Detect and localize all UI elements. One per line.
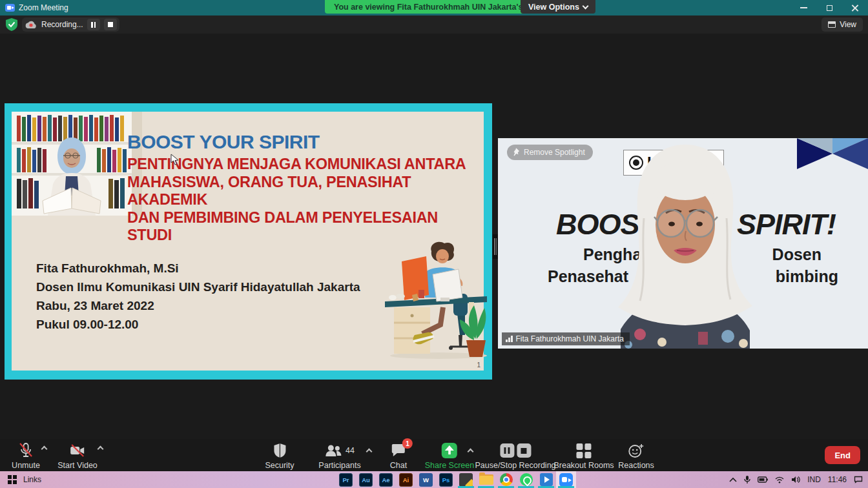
- taskbar-app-editor[interactable]: [456, 471, 476, 488]
- taskbar-app-chrome[interactable]: [496, 471, 516, 488]
- security-button[interactable]: Security: [265, 442, 294, 470]
- window-title: Zoom Meeting: [19, 3, 68, 12]
- tray-microphone-icon[interactable]: [744, 475, 750, 484]
- taskbar-app-word[interactable]: W: [416, 471, 436, 488]
- recording-cloud-icon: [25, 20, 37, 29]
- breakout-rooms-icon: [576, 443, 591, 458]
- stop-icon: [108, 22, 113, 27]
- editor-icon: [459, 473, 473, 487]
- reactions-button[interactable]: Reactions: [618, 442, 654, 470]
- pause-stop-recording-button[interactable]: Pause/Stop Recording: [475, 442, 555, 470]
- taskbar-app-aftereffects[interactable]: Ae: [376, 471, 396, 488]
- end-meeting-button[interactable]: End: [825, 446, 860, 464]
- chat-label: Chat: [390, 461, 407, 470]
- desk-illustration: [384, 238, 493, 361]
- breakout-rooms-label: Breakout Rooms: [553, 461, 614, 470]
- zoom-meeting-window: Zoom Meeting You are viewing Fita Fathur…: [0, 0, 868, 488]
- meeting-toolbar: Unmute Start Video Security 44: [0, 439, 868, 471]
- participant-name-label: Fita Fathurokhmah UIN Jakarta: [502, 332, 630, 345]
- slide-subtitle-line: PENTINGNYA MENJAGA KOMUNIKASI ANTARA: [127, 156, 484, 174]
- taskbar-app-photoshop[interactable]: Ps: [436, 471, 456, 488]
- zoom-icon: [559, 473, 573, 487]
- pause-recording-icon[interactable]: [500, 443, 514, 458]
- reactions-smiley-icon: [628, 443, 645, 458]
- tray-clock[interactable]: 11:46: [828, 475, 847, 484]
- unmute-options-caret[interactable]: [41, 446, 48, 452]
- taskbar-app-zoom[interactable]: [556, 471, 576, 488]
- spotlight-video-tile: K BOOST SPIRIT! Pengha Dosen Penasehat b…: [498, 138, 868, 349]
- recording-indicator-group: Recording...: [22, 17, 119, 32]
- taskbar-app-file-explorer[interactable]: [476, 471, 496, 488]
- taskbar-links-label[interactable]: Links: [23, 475, 41, 484]
- start-video-button[interactable]: Start Video: [57, 442, 98, 470]
- taskbar-app-illustrator[interactable]: Ai: [396, 471, 416, 488]
- participants-label: Participants: [318, 461, 360, 470]
- taskbar-app-premiere[interactable]: Pr: [336, 471, 356, 488]
- pause-icon: [91, 22, 93, 28]
- video-options-caret[interactable]: [98, 446, 104, 452]
- signal-strength-icon: [506, 336, 513, 342]
- remove-spotlight-button[interactable]: Remove Spotlight: [507, 145, 593, 160]
- start-button[interactable]: [8, 475, 17, 484]
- view-layout-button[interactable]: View: [822, 17, 863, 32]
- panel-resize-handle[interactable]: [493, 234, 498, 259]
- window-controls: [790, 0, 868, 15]
- breakout-rooms-button[interactable]: Breakout Rooms: [553, 442, 614, 470]
- event-time: Pukul 09.00-12.00: [36, 315, 360, 334]
- unmute-button[interactable]: Unmute: [12, 442, 40, 470]
- pause-stop-label: Pause/Stop Recording: [475, 461, 555, 470]
- stop-recording-icon[interactable]: [517, 443, 531, 458]
- event-date: Rabu, 23 Maret 2022: [36, 296, 360, 315]
- zoom-app-icon: [5, 4, 15, 12]
- reactions-label: Reactions: [618, 461, 654, 470]
- tray-volume-icon[interactable]: [791, 476, 800, 483]
- taskbar-apps: Pr Au Ae Ai W Ps: [336, 471, 576, 488]
- slide-subtitle-line: MAHASISWA, ORANG TUA, PENASIHAT AKADEMIK: [127, 174, 484, 209]
- participants-count: 44: [346, 446, 355, 455]
- participants-options-caret[interactable]: [366, 449, 373, 455]
- taskbar-app-movies[interactable]: [536, 471, 556, 488]
- shared-screen-slide: BOOST YOUR SPIRIT PENTINGNYA MENJAGA KOM…: [5, 103, 492, 380]
- chrome-icon: [500, 473, 513, 486]
- taskbar-app-audition[interactable]: Au: [356, 471, 376, 488]
- view-label: View: [840, 20, 856, 29]
- action-center-icon[interactable]: [854, 476, 863, 483]
- share-screen-icon: [442, 443, 457, 458]
- speaker-photo: [12, 112, 132, 216]
- folder-icon: [479, 474, 493, 485]
- participants-icon: [325, 443, 342, 458]
- meeting-info-shield-icon[interactable]: [6, 18, 17, 34]
- speaker-role: Dosen Ilmu Komunikasi UIN Syarif Hidayat…: [36, 278, 360, 296]
- minimize-button[interactable]: [790, 0, 816, 15]
- speaker-video-person: [595, 141, 776, 349]
- tray-language[interactable]: IND: [807, 475, 821, 484]
- share-screen-button[interactable]: Share Screen: [425, 442, 474, 470]
- tray-wifi-icon[interactable]: [775, 476, 784, 483]
- taskbar-app-whatsapp[interactable]: [516, 471, 536, 488]
- whatsapp-icon: [520, 473, 533, 486]
- restore-button[interactable]: [816, 0, 842, 15]
- title-bar: Zoom Meeting You are viewing Fita Fathur…: [0, 0, 868, 15]
- viewing-banner-text: You are viewing Fita Fathurokhmah UIN Ja…: [334, 3, 551, 12]
- slide-title: BOOST YOUR SPIRIT: [127, 131, 320, 153]
- participants-button[interactable]: 44 Participants: [318, 442, 360, 470]
- close-icon: [851, 4, 859, 12]
- security-label: Security: [265, 461, 294, 470]
- windows-taskbar: Links Pr Au Ae Ai W Ps IND 11:46: [0, 471, 868, 488]
- chat-unread-badge: 1: [402, 438, 413, 449]
- tray-battery-icon[interactable]: [758, 476, 768, 483]
- slide-details: Fita Fathurokhmah, M.Si Dosen Ilmu Komun…: [36, 259, 360, 334]
- slide-page-number: 1: [477, 361, 480, 369]
- stop-recording-button[interactable]: [104, 19, 117, 30]
- tray-expand-chevron-icon[interactable]: [729, 477, 737, 482]
- speaker-name: Fita Fathurokhmah, M.Si: [36, 259, 360, 278]
- restore-icon: [827, 5, 832, 11]
- close-button[interactable]: [842, 0, 868, 15]
- security-shield-icon: [273, 443, 286, 458]
- view-grid-icon: [828, 21, 836, 28]
- mouse-cursor: [170, 154, 180, 165]
- chat-button[interactable]: 1 Chat: [390, 442, 407, 470]
- meeting-info-bar: Recording... View: [0, 15, 868, 34]
- pause-recording-button[interactable]: [87, 19, 100, 30]
- view-options-button[interactable]: View Options: [521, 0, 595, 14]
